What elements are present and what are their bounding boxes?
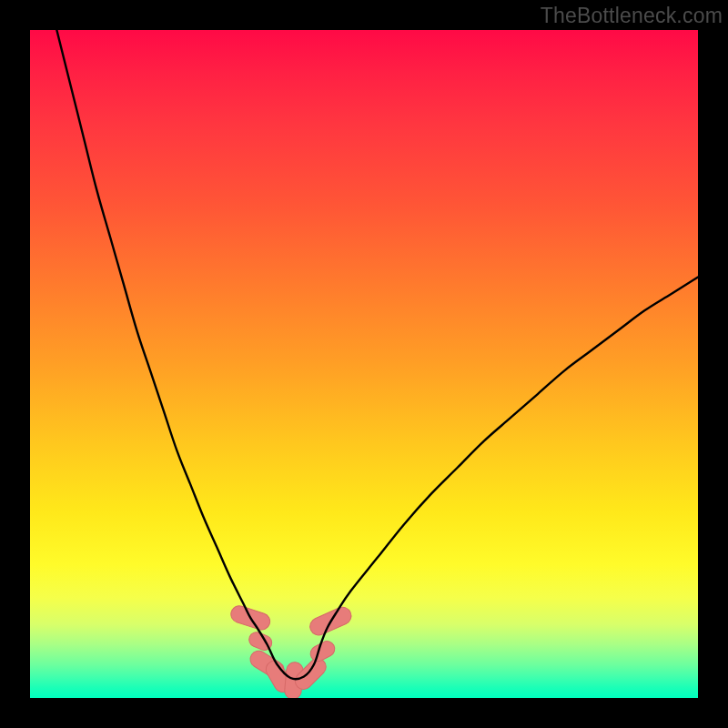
chart-frame: TheBottleneck.com (0, 0, 728, 728)
watermark-text: TheBottleneck.com (541, 4, 723, 28)
bead-markers (228, 603, 354, 698)
curve-layer (30, 30, 698, 698)
bottleneck-curve (56, 30, 698, 679)
plot-area (30, 30, 698, 698)
